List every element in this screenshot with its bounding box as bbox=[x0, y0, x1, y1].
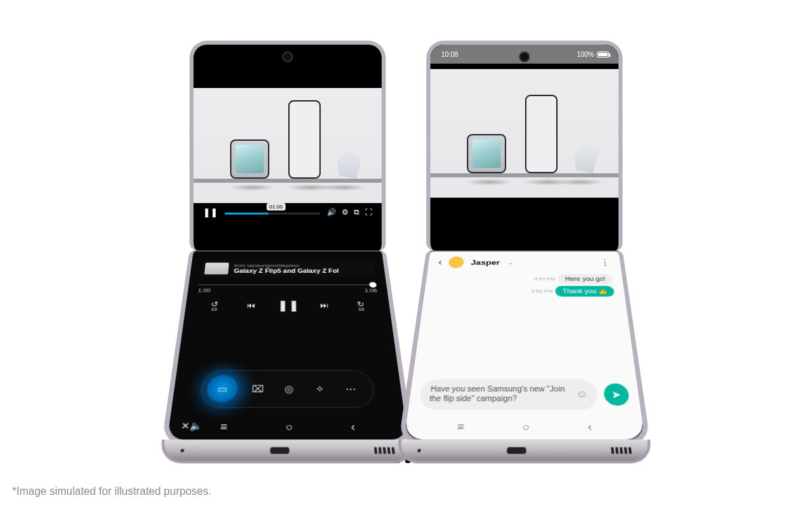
kebab-menu-icon[interactable]: ⋮ bbox=[599, 257, 611, 267]
video-progress-bar[interactable]: 01:00 bbox=[225, 213, 320, 215]
prev-track-button[interactable]: ⏮ bbox=[240, 301, 261, 309]
scene-rock bbox=[337, 149, 361, 179]
battery-icon bbox=[597, 51, 609, 58]
scene-shadow bbox=[556, 179, 604, 185]
flex-panel-button[interactable]: ▭ bbox=[206, 375, 239, 403]
nav-recents-icon[interactable]: ≡ bbox=[457, 420, 465, 433]
back-icon[interactable]: ‹ bbox=[438, 258, 443, 267]
msg-time: 9:53 PM bbox=[531, 289, 553, 294]
status-battery-text: 100% bbox=[577, 51, 594, 58]
compose-text: Have you seen Samsung's new "Join the fl… bbox=[429, 385, 570, 403]
fullscreen-icon[interactable]: ⛶ bbox=[365, 208, 372, 217]
send-button[interactable]: ➤ bbox=[603, 383, 630, 405]
video-progress-badge: 01:00 bbox=[267, 203, 286, 211]
video-letterbox-bottom bbox=[430, 198, 618, 236]
mic-hole-icon bbox=[418, 449, 422, 452]
phone-left-bottom-screen: from samsungmobilepress Galaxy Z Flip5 a… bbox=[161, 250, 413, 445]
nav-back-icon[interactable]: ‹ bbox=[587, 420, 592, 433]
pause-icon[interactable]: ❚❚ bbox=[203, 207, 218, 217]
scene-shadow bbox=[466, 179, 513, 185]
next-track-button[interactable]: ⏭ bbox=[314, 301, 335, 309]
msg-text: Thank you bbox=[562, 288, 596, 294]
nav-back-icon[interactable]: ‹ bbox=[351, 420, 355, 433]
media-controls-row: ↺10 ⏮ ❚❚ ⏭ ↻10 bbox=[196, 299, 380, 312]
mic-hole-icon bbox=[181, 449, 185, 452]
status-time: 10:08 bbox=[441, 51, 458, 58]
avatar[interactable] bbox=[448, 257, 464, 268]
disclaimer-text: *Image simulated for illustrated purpose… bbox=[12, 485, 211, 498]
time-total: 1:06 bbox=[364, 288, 378, 293]
phone-bottom-edge bbox=[158, 440, 416, 464]
track-title: Galaxy Z Flip5 and Galaxy Z Fol bbox=[233, 268, 339, 274]
scene-shadow bbox=[229, 184, 276, 191]
chat-app-panel: ‹ Jasper ⌄ ⋮ 9:53 PM Here you go! bbox=[404, 251, 645, 439]
usb-c-port-icon bbox=[506, 447, 526, 454]
stage: ❚❚ 01:00 🔊 ⚙ ⧉ ⛶ bbox=[0, 0, 812, 507]
phone-right: 10:08 100% bbox=[426, 41, 623, 454]
thumbs-up-emoji-icon: 👍 bbox=[598, 288, 608, 294]
nav-home-icon[interactable]: ○ bbox=[286, 420, 293, 433]
phone-bottom-edge bbox=[395, 440, 653, 464]
media-progress-thumb[interactable] bbox=[369, 282, 376, 288]
settings-gear-icon[interactable]: ⚙ bbox=[342, 208, 348, 217]
scene-table-surface bbox=[194, 179, 382, 183]
scene-table-surface bbox=[430, 173, 618, 177]
video-letterbox-top bbox=[194, 45, 382, 88]
track-card[interactable]: from samsungmobilepress Galaxy Z Flip5 a… bbox=[200, 261, 376, 277]
chat-contact-name[interactable]: Jasper bbox=[471, 259, 500, 267]
video-frame-scene bbox=[430, 69, 618, 198]
time-elapsed: 1:00 bbox=[198, 288, 211, 293]
tool-button-1[interactable]: ⌧ bbox=[246, 378, 269, 399]
chat-message-outgoing: 9:53 PM Here you go! bbox=[436, 274, 613, 284]
usb-c-port-icon bbox=[269, 447, 289, 454]
phone-left-top-screen: ❚❚ 01:00 🔊 ⚙ ⧉ ⛶ bbox=[189, 41, 386, 250]
phone-right-bottom-screen: ‹ Jasper ⌄ ⋮ 9:53 PM Here you go! bbox=[398, 250, 650, 445]
scene-phone-open bbox=[525, 95, 558, 173]
scene-rock bbox=[574, 144, 598, 173]
tool-button-3[interactable]: ✧ bbox=[308, 378, 332, 399]
scene-flip-phone-closed bbox=[467, 134, 506, 173]
phones-row: ❚❚ 01:00 🔊 ⚙ ⧉ ⛶ bbox=[0, 0, 812, 454]
media-progress-bar[interactable] bbox=[199, 284, 377, 286]
msg-time: 9:53 PM bbox=[534, 277, 555, 282]
compose-input[interactable]: Have you seen Samsung's new "Join the fl… bbox=[418, 379, 599, 410]
play-pause-button[interactable]: ❚❚ bbox=[277, 299, 298, 312]
video-frame-scene bbox=[194, 88, 382, 203]
phone-right-top-screen: 10:08 100% bbox=[426, 41, 623, 250]
chat-bubble[interactable]: Thank you 👍 bbox=[556, 286, 615, 296]
chevron-down-icon[interactable]: ⌄ bbox=[508, 259, 514, 265]
chat-message-outgoing: 9:53 PM Thank you 👍 bbox=[434, 286, 614, 296]
scene-phone-open bbox=[288, 100, 321, 179]
screenshot-button[interactable]: ◎ bbox=[277, 378, 300, 399]
android-nav-bar: ≡ ○ ‹ bbox=[168, 420, 407, 433]
track-source: from samsungmobilepress bbox=[234, 263, 338, 268]
video-progress-fill bbox=[225, 213, 269, 215]
android-nav-bar: ≡ ○ ‹ bbox=[405, 420, 644, 433]
skip-back-button[interactable]: ↺10 bbox=[204, 300, 225, 311]
media-player-panel: from samsungmobilepress Galaxy Z Flip5 a… bbox=[167, 251, 408, 439]
scene-shadow bbox=[319, 184, 367, 191]
flex-mode-pill-bar: ▭ ⌧ ◎ ✧ ⋯ bbox=[199, 370, 376, 408]
status-bar: 10:08 100% bbox=[430, 45, 618, 64]
chat-header: ‹ Jasper ⌄ ⋮ bbox=[428, 251, 622, 271]
video-top-controls: ❚❚ 01:00 🔊 ⚙ ⧉ ⛶ bbox=[194, 203, 382, 250]
scene-flip-phone-closed bbox=[230, 139, 269, 179]
chat-body: 9:53 PM Here you go! 9:53 PM Thank you 👍 bbox=[424, 271, 625, 300]
emoji-icon[interactable]: ☺ bbox=[575, 388, 588, 401]
speaker-grille-icon bbox=[611, 447, 632, 454]
speaker-grille-icon bbox=[374, 447, 395, 454]
nav-recents-icon[interactable]: ≡ bbox=[220, 420, 228, 433]
phone-left: ❚❚ 01:00 🔊 ⚙ ⧉ ⛶ bbox=[189, 41, 386, 454]
more-button[interactable]: ⋯ bbox=[338, 378, 363, 399]
chat-bubble[interactable]: Here you go! bbox=[558, 274, 613, 284]
nav-home-icon[interactable]: ○ bbox=[522, 420, 530, 433]
pip-icon[interactable]: ⧉ bbox=[354, 208, 359, 217]
compose-row: Have you seen Samsung's new "Join the fl… bbox=[418, 379, 631, 410]
track-thumbnail bbox=[204, 263, 229, 274]
skip-fwd-button[interactable]: ↻10 bbox=[350, 300, 371, 311]
volume-icon[interactable]: 🔊 bbox=[327, 208, 336, 217]
